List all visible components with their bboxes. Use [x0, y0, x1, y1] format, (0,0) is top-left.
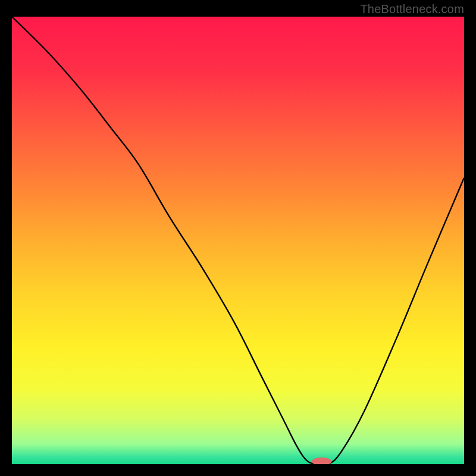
- plot-area: [12, 17, 464, 464]
- watermark-text: TheBottleneck.com: [360, 2, 464, 16]
- bottleneck-chart: [12, 17, 464, 464]
- chart-frame: TheBottleneck.com: [0, 0, 476, 476]
- gradient-background: [12, 17, 464, 464]
